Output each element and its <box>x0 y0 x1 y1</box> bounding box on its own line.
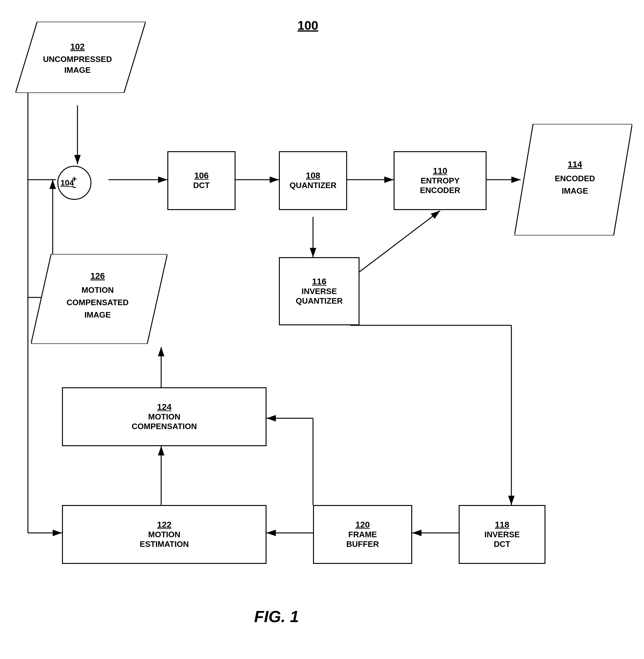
svg-text:IMAGE: IMAGE <box>561 186 588 195</box>
fig-label: FIG. 1 <box>254 607 299 626</box>
frame-buffer-box: 120 FRAMEBUFFER <box>313 505 412 564</box>
svg-text:114: 114 <box>568 160 582 169</box>
motion-estimation-num: 122 <box>157 520 172 530</box>
quantizer-num: 108 <box>306 171 320 181</box>
inverse-quantizer-num: 116 <box>312 277 327 287</box>
motion-estimation-box: 122 MOTIONESTIMATION <box>62 505 267 564</box>
svg-text:UNCOMPRESSED: UNCOMPRESSED <box>43 54 112 64</box>
dct-label: DCT <box>193 181 209 190</box>
uncompressed-image-shape: 102 UNCOMPRESSED IMAGE <box>16 22 146 93</box>
svg-text:ENCODED: ENCODED <box>555 174 595 183</box>
encoded-image-shape: 114 ENCODED IMAGE <box>514 124 632 235</box>
dct-num: 106 <box>194 171 209 181</box>
frame-buffer-num: 120 <box>355 520 370 530</box>
svg-text:IMAGE: IMAGE <box>64 65 91 75</box>
entropy-encoder-num: 110 <box>433 166 447 176</box>
svg-text:126: 126 <box>91 271 105 281</box>
svg-text:102: 102 <box>70 42 85 51</box>
entropy-encoder-box: 110 ENTROPYENCODER <box>394 151 487 210</box>
dct-box: 106 DCT <box>167 151 235 210</box>
diagram-container: 100 <box>0 0 644 659</box>
svg-text:IMAGE: IMAGE <box>84 310 111 320</box>
motion-compensation-label: MOTIONCOMPENSATION <box>132 412 197 431</box>
adder-label: 104 <box>61 178 74 188</box>
inverse-quantizer-box: 116 INVERSEQUANTIZER <box>279 257 360 325</box>
inverse-dct-label: INVERSEDCT <box>484 530 520 549</box>
entropy-encoder-label: ENTROPYENCODER <box>420 176 460 195</box>
svg-text:MOTION: MOTION <box>82 285 114 295</box>
frame-buffer-label: FRAMEBUFFER <box>346 530 379 549</box>
svg-text:COMPENSATED: COMPENSATED <box>67 298 129 307</box>
quantizer-label: QUANTIZER <box>290 181 337 190</box>
motion-compensation-box: 124 MOTIONCOMPENSATION <box>62 387 267 446</box>
diagram-title: 100 <box>298 19 318 32</box>
quantizer-box: 108 QUANTIZER <box>279 151 347 210</box>
motion-compensation-num: 124 <box>157 402 172 412</box>
inverse-dct-num: 118 <box>495 520 509 530</box>
motion-estimation-label: MOTIONESTIMATION <box>140 530 189 549</box>
svg-line-7 <box>350 211 440 279</box>
motion-comp-image-shape: 126 MOTION COMPENSATED IMAGE <box>31 254 167 344</box>
inverse-quantizer-label: INVERSEQUANTIZER <box>296 287 343 306</box>
inverse-dct-box: 118 INVERSEDCT <box>459 505 546 564</box>
